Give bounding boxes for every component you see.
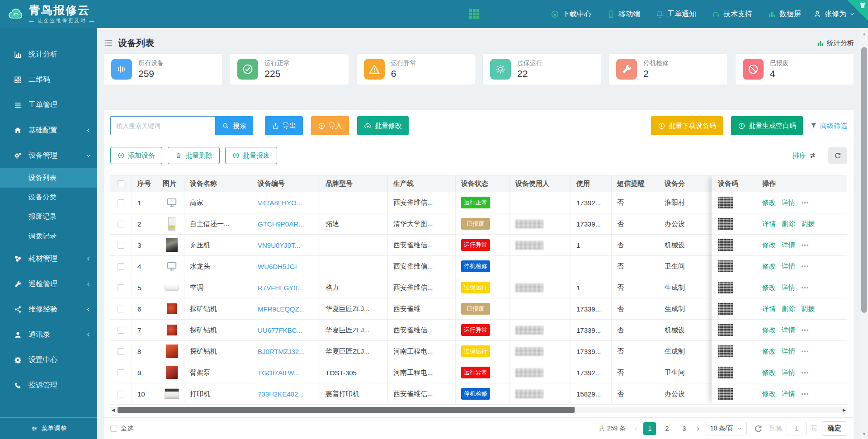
search-input[interactable] (110, 116, 215, 135)
action-link[interactable]: 删除 (782, 220, 795, 228)
sidebar-item-settings[interactable]: 设置中心 (0, 347, 97, 373)
device-code-link[interactable]: V4TA8LHYO... (258, 199, 302, 207)
stats-analysis-link[interactable]: 统计分析 (816, 39, 854, 47)
sidebar-item-stats[interactable]: 统计分析 (0, 42, 97, 67)
action-link[interactable]: 调拨 (801, 220, 815, 228)
device-code-link[interactable]: R7VFHLGY0... (258, 284, 303, 292)
action-link[interactable]: 修改 (762, 198, 776, 207)
search-button[interactable]: 搜索 (215, 116, 253, 135)
action-link[interactable]: 修改 (762, 283, 776, 292)
nav-download-center[interactable]: 下载中心 (551, 9, 591, 19)
scroll-right-arrow-icon[interactable]: ▶ (843, 407, 846, 413)
sidebar-item-consumables[interactable]: 耗材管理 (0, 246, 97, 271)
device-code-link[interactable]: BJ0RTMZJ32... (258, 348, 305, 355)
sidebar-item-repair-experience[interactable]: 维修经验 (0, 297, 97, 322)
row-checkbox[interactable] (118, 221, 124, 227)
sidebar-subitem-transfer-records[interactable]: 调拨记录 (0, 227, 97, 246)
action-link[interactable]: 详情 (782, 347, 795, 356)
nav-workorder-notify[interactable]: 工单通知 (656, 9, 696, 19)
header-checkbox[interactable] (118, 180, 124, 187)
device-qr-code[interactable] (718, 239, 733, 251)
stat-card-out-of-warranty[interactable]: 过保运行22 (482, 53, 601, 85)
device-image[interactable] (163, 195, 181, 210)
sidebar-item-complaints[interactable]: 投诉管理 (0, 373, 97, 398)
sidebar-subitem-scrap-records[interactable]: 报废记录 (0, 207, 97, 227)
batch-scrap-button[interactable]: 批量报废 (225, 147, 277, 164)
device-qr-code[interactable] (718, 388, 733, 400)
action-link[interactable]: 修改 (762, 262, 776, 271)
action-link[interactable]: 详情 (762, 220, 776, 228)
batch-edit-button[interactable]: 批量修改 (357, 116, 409, 135)
row-checkbox[interactable] (118, 369, 124, 376)
device-image[interactable] (163, 365, 181, 380)
device-image[interactable] (163, 217, 181, 231)
action-link[interactable]: 详情 (782, 368, 795, 377)
stat-card-normal[interactable]: 运行正常225 (230, 53, 349, 85)
device-image[interactable] (163, 387, 181, 401)
nav-apps[interactable] (467, 7, 481, 21)
stat-card-maintenance[interactable]: 停机检修2 (609, 53, 727, 85)
device-qr-code[interactable] (718, 367, 733, 378)
menu-adjust-button[interactable]: 菜单调整 (0, 417, 97, 439)
add-device-button[interactable]: 添加设备 (110, 147, 162, 164)
sidebar-subitem-device-list[interactable]: 设备列表 (0, 168, 97, 188)
nav-tech-support[interactable]: 技术支持 (712, 9, 752, 19)
sidebar-item-contacts[interactable]: 通讯录 (0, 322, 97, 347)
refresh-list-icon[interactable] (753, 424, 763, 434)
row-checkbox[interactable] (118, 327, 124, 334)
action-link[interactable]: 详情 (782, 326, 795, 335)
device-image[interactable] (163, 344, 181, 359)
row-checkbox[interactable] (118, 391, 124, 397)
horizontal-scroll-thumb[interactable] (118, 407, 575, 413)
scroll-left-arrow-icon[interactable]: ◀ (112, 407, 115, 413)
refresh-button[interactable] (828, 147, 847, 164)
page-button[interactable]: 2 (660, 422, 673, 435)
device-code-link[interactable]: VN9U0YJ0T... (258, 241, 300, 249)
prev-page-button[interactable]: ‹ (633, 425, 639, 433)
device-qr-code[interactable] (718, 345, 733, 357)
device-qr-code[interactable] (718, 303, 733, 315)
row-checkbox[interactable] (118, 284, 124, 291)
next-page-button[interactable]: › (695, 425, 701, 433)
nav-mobile[interactable]: 移动端 (607, 9, 640, 19)
action-link[interactable]: 调拨 (801, 305, 815, 313)
select-all-control[interactable]: 全选 (110, 425, 133, 433)
sidebar-item-qrcode[interactable]: 二维码 (0, 67, 97, 92)
stat-card-scrapped[interactable]: 已报废4 (735, 53, 854, 85)
action-link[interactable]: 修改 (762, 368, 776, 377)
batch-blank-codes-button[interactable]: 批量生成空白码 (731, 116, 803, 135)
vertical-scroll-thumb[interactable] (861, 47, 867, 313)
sidebar-item-workorder[interactable]: 工单管理 (0, 92, 97, 118)
device-qr-code[interactable] (718, 218, 733, 230)
scroll-up-arrow-icon[interactable]: ▲ (860, 32, 868, 36)
select-all-checkbox[interactable] (110, 425, 117, 432)
device-image[interactable] (163, 323, 181, 337)
device-image[interactable] (163, 238, 181, 252)
action-link[interactable]: 修改 (762, 390, 776, 398)
row-checkbox[interactable] (118, 199, 124, 206)
device-code-link[interactable]: WU6DH5JGI (258, 263, 297, 270)
action-link[interactable]: 详情 (782, 262, 795, 271)
sidebar-subitem-device-category[interactable]: 设备分类 (0, 188, 97, 207)
device-code-link[interactable]: 733H2KE402... (258, 390, 304, 398)
device-code-link[interactable]: MFR9LEQQZ... (258, 305, 305, 313)
device-qr-code[interactable] (718, 282, 733, 293)
device-code-link[interactable]: TGOI7AILW... (258, 369, 299, 377)
sidebar-item-base-config[interactable]: 基础配置 (0, 118, 97, 143)
page-size-select[interactable]: 10 条/页 (706, 422, 747, 435)
device-code-link[interactable]: GTCH9P0AR... (258, 220, 304, 228)
goto-page-input[interactable] (787, 422, 807, 435)
page-button[interactable]: 3 (678, 422, 690, 435)
action-link[interactable]: 详情 (782, 198, 795, 207)
batch-download-codes-button[interactable]: 批量下载设备码 (651, 116, 723, 135)
advanced-filter-link[interactable]: 高级筛选 (810, 122, 847, 130)
more-actions-button[interactable]: ⋯ (801, 283, 809, 293)
action-link[interactable]: 删除 (782, 305, 795, 313)
more-actions-button[interactable]: ⋯ (801, 241, 809, 250)
horizontal-scrollbar[interactable]: ◀ ▶ (110, 407, 847, 413)
scroll-down-arrow-icon[interactable]: ▼ (860, 432, 868, 436)
vertical-scrollbar[interactable]: ▲ ▼ (860, 28, 868, 439)
stat-card-all[interactable]: 所有设备259 (104, 53, 222, 85)
confirm-button[interactable]: 确定 (822, 421, 847, 436)
row-checkbox[interactable] (118, 263, 124, 270)
